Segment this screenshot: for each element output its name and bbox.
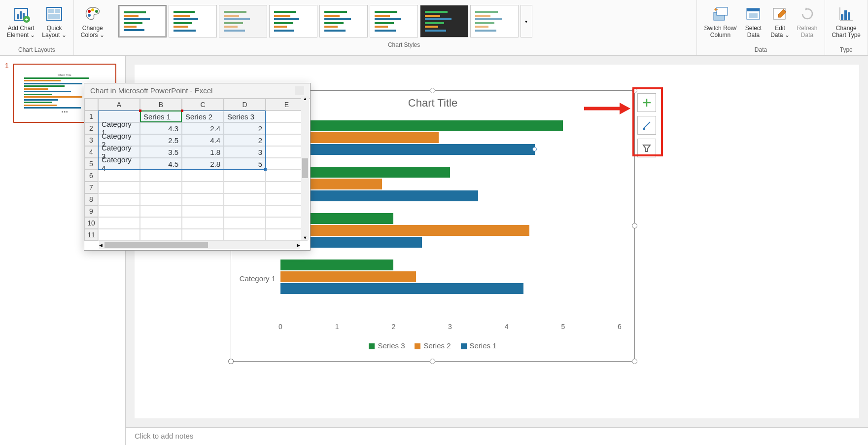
chart-legend[interactable]: Series 3Series 2Series 1 [231, 337, 634, 354]
chart-style-2[interactable] [169, 5, 217, 37]
grid-cell[interactable] [182, 182, 224, 193]
select-data-button[interactable]: Select Data [740, 2, 766, 45]
grid-cell[interactable]: Category 4 [98, 158, 140, 170]
grid-cell[interactable] [140, 193, 182, 205]
grid-cell[interactable]: 5 [224, 158, 266, 170]
selection-handle[interactable] [632, 359, 637, 364]
row-header[interactable]: 11 [84, 229, 98, 241]
row-header[interactable]: 7 [84, 182, 98, 193]
chart-style-8[interactable] [470, 5, 519, 37]
selection-handle[interactable] [228, 359, 234, 364]
chart-bar[interactable] [280, 283, 523, 294]
add-chart-element-button[interactable]: + Add Chart Element ⌄ [4, 2, 38, 45]
grid-cell[interactable] [98, 205, 140, 217]
grid-cell[interactable]: Series 2 [182, 111, 224, 122]
excel-grid[interactable]: 1234567891011 ABCDE Series 1Series 2Seri… [84, 99, 310, 242]
grid-cell[interactable] [182, 229, 224, 241]
row-header[interactable]: 4 [84, 146, 98, 158]
chart-bar[interactable] [280, 225, 529, 236]
grid-cell[interactable]: 4.4 [182, 134, 224, 146]
grid-cell[interactable] [98, 193, 140, 205]
svg-point-10 [88, 10, 91, 13]
grid-cell[interactable]: 4.5 [140, 158, 182, 170]
col-header[interactable]: B [140, 99, 182, 111]
grid-cell[interactable]: 2 [224, 122, 266, 134]
grid-cell[interactable] [98, 229, 140, 241]
grid-cell[interactable] [224, 182, 266, 193]
edit-data-button[interactable]: Edit Data ⌄ [767, 2, 793, 45]
grid-cell[interactable] [98, 170, 140, 182]
grid-cell[interactable] [182, 170, 224, 182]
grid-cell[interactable] [182, 205, 224, 217]
grid-cell[interactable]: Series 1 [140, 111, 182, 122]
row-header[interactable]: 5 [84, 158, 98, 170]
grid-cell[interactable] [140, 205, 182, 217]
excel-vscrollbar[interactable]: ▲▼ [301, 96, 309, 240]
switch-row-column-button[interactable]: Switch Row/ Column [701, 2, 739, 45]
chart-style-5[interactable] [319, 5, 368, 37]
excel-data-window[interactable]: Chart in Microsoft PowerPoint - Excel 12… [84, 83, 311, 251]
row-header[interactable]: 2 [84, 122, 98, 134]
grid-cell[interactable]: 2 [224, 134, 266, 146]
grid-cell[interactable]: 2.8 [182, 158, 224, 170]
grid-cell[interactable] [182, 193, 224, 205]
chart-style-7[interactable] [420, 5, 468, 37]
grid-cell[interactable] [98, 182, 140, 193]
excel-hscrollbar[interactable]: ◀▶ [99, 241, 300, 249]
x-tick: 6 [618, 323, 622, 331]
chart-bar[interactable] [280, 271, 416, 282]
grid-cell[interactable]: 4.3 [140, 122, 182, 134]
selection-handle[interactable] [632, 223, 637, 228]
svg-text:+: + [25, 16, 28, 22]
row-header[interactable]: 9 [84, 205, 98, 217]
notes-placeholder[interactable]: Click to add notes [126, 427, 868, 445]
quick-layout-button[interactable]: Quick Layout ⌄ [39, 2, 69, 45]
excel-title-bar[interactable]: Chart in Microsoft PowerPoint - Excel [84, 83, 310, 99]
chart-styles-more-button[interactable]: ▾ [521, 5, 532, 37]
grid-cell[interactable]: 2.4 [182, 122, 224, 134]
selection-handle[interactable] [430, 359, 435, 364]
grid-cell[interactable] [224, 229, 266, 241]
legend-item[interactable]: Series 3 [369, 341, 405, 350]
palette-icon [83, 4, 103, 24]
legend-item[interactable]: Series 1 [461, 341, 497, 350]
col-header[interactable]: D [224, 99, 266, 111]
chart-bar[interactable] [280, 120, 563, 131]
grid-cell[interactable] [98, 217, 140, 229]
chart-plot-area[interactable]: Category 4Category 3Category 2Category 1 [280, 115, 620, 323]
grid-cell[interactable] [224, 205, 266, 217]
grid-cell[interactable]: 2.5 [140, 134, 182, 146]
grid-cell[interactable] [140, 182, 182, 193]
row-header[interactable]: 8 [84, 193, 98, 205]
grid-cell[interactable]: 3.5 [140, 146, 182, 158]
row-header[interactable]: 1 [84, 111, 98, 122]
chart-style-3[interactable] [219, 5, 267, 37]
svg-rect-22 [848, 12, 850, 20]
chart-bar[interactable] [280, 144, 535, 155]
col-header[interactable]: A [98, 99, 140, 111]
grid-cell[interactable]: 3 [224, 146, 266, 158]
grid-cell[interactable] [224, 217, 266, 229]
grid-cell[interactable] [224, 193, 266, 205]
ribbon-group-chart-styles: ▾ Chart Styles [111, 0, 697, 55]
chart-style-1[interactable] [118, 5, 167, 37]
grid-cell[interactable] [140, 170, 182, 182]
row-header[interactable]: 3 [84, 134, 98, 146]
legend-item[interactable]: Series 2 [415, 341, 451, 350]
selection-handle[interactable] [430, 88, 435, 93]
grid-cell[interactable]: 1.8 [182, 146, 224, 158]
grid-cell[interactable] [182, 217, 224, 229]
grid-cell[interactable]: Series 3 [224, 111, 266, 122]
grid-cell[interactable] [224, 170, 266, 182]
change-chart-type-button[interactable]: Change Chart Type [829, 2, 864, 45]
grid-cell[interactable] [140, 217, 182, 229]
chart-bar[interactable] [280, 260, 393, 270]
col-header[interactable]: C [182, 99, 224, 111]
grid-cell[interactable] [140, 229, 182, 241]
excel-close-button[interactable] [295, 86, 304, 95]
chart-style-4[interactable] [269, 5, 317, 37]
chart-style-6[interactable] [370, 5, 418, 37]
change-colors-button[interactable]: Change Colors ⌄ [78, 2, 107, 45]
row-header[interactable]: 10 [84, 217, 98, 229]
row-header[interactable]: 6 [84, 170, 98, 182]
